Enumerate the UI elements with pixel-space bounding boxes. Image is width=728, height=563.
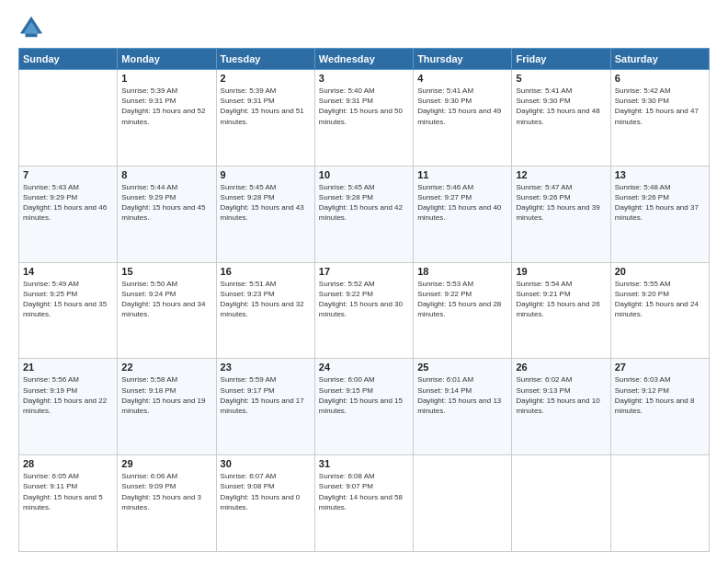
day-info: Sunrise: 5:56 AMSunset: 9:19 PMDaylight:… bbox=[23, 374, 113, 416]
day-number: 3 bbox=[319, 73, 409, 84]
calendar-cell: 30 Sunrise: 6:07 AMSunset: 9:08 PMDaylig… bbox=[216, 455, 314, 552]
day-number: 17 bbox=[319, 266, 409, 277]
weekday-header: Saturday bbox=[610, 49, 709, 70]
calendar-week-row: 1 Sunrise: 5:39 AMSunset: 9:31 PMDayligh… bbox=[19, 70, 710, 167]
day-number: 29 bbox=[121, 458, 211, 469]
page: SundayMondayTuesdayWednesdayThursdayFrid… bbox=[0, 0, 728, 563]
day-number: 1 bbox=[121, 73, 211, 84]
calendar-cell: 19 Sunrise: 5:54 AMSunset: 9:21 PMDaylig… bbox=[512, 262, 610, 359]
day-number: 14 bbox=[23, 266, 113, 277]
day-number: 9 bbox=[221, 169, 311, 180]
calendar-week-row: 21 Sunrise: 5:56 AMSunset: 9:19 PMDaylig… bbox=[19, 359, 710, 455]
day-info: Sunrise: 6:07 AMSunset: 9:08 PMDaylight:… bbox=[221, 471, 311, 512]
calendar-cell bbox=[610, 455, 709, 552]
day-number: 31 bbox=[319, 458, 409, 469]
day-info: Sunrise: 6:00 AMSunset: 9:15 PMDaylight:… bbox=[319, 374, 409, 416]
calendar-cell: 18 Sunrise: 5:53 AMSunset: 9:22 PMDaylig… bbox=[414, 262, 512, 359]
day-number: 10 bbox=[319, 169, 409, 180]
day-info: Sunrise: 5:44 AMSunset: 9:29 PMDaylight:… bbox=[121, 182, 211, 224]
day-info: Sunrise: 5:54 AMSunset: 9:21 PMDaylight:… bbox=[516, 279, 606, 320]
weekday-header: Friday bbox=[512, 49, 610, 70]
calendar-cell: 4 Sunrise: 5:41 AMSunset: 9:30 PMDayligh… bbox=[414, 70, 512, 167]
header bbox=[18, 15, 710, 40]
day-info: Sunrise: 6:05 AMSunset: 9:11 PMDaylight:… bbox=[23, 471, 113, 512]
calendar-cell: 12 Sunrise: 5:47 AMSunset: 9:26 PMDaylig… bbox=[512, 166, 610, 262]
calendar-cell: 31 Sunrise: 6:08 AMSunset: 9:07 PMDaylig… bbox=[314, 455, 413, 552]
svg-rect-2 bbox=[25, 34, 37, 38]
calendar-cell: 26 Sunrise: 6:02 AMSunset: 9:13 PMDaylig… bbox=[512, 359, 610, 455]
calendar-cell: 9 Sunrise: 5:45 AMSunset: 9:28 PMDayligh… bbox=[216, 166, 314, 262]
day-number: 16 bbox=[221, 266, 311, 277]
calendar-week-row: 7 Sunrise: 5:43 AMSunset: 9:29 PMDayligh… bbox=[19, 166, 710, 262]
day-number: 19 bbox=[516, 266, 606, 277]
calendar-cell: 17 Sunrise: 5:52 AMSunset: 9:22 PMDaylig… bbox=[314, 262, 413, 359]
weekday-header: Monday bbox=[118, 49, 216, 70]
calendar-cell: 13 Sunrise: 5:48 AMSunset: 9:26 PMDaylig… bbox=[610, 166, 709, 262]
calendar-cell: 11 Sunrise: 5:46 AMSunset: 9:27 PMDaylig… bbox=[414, 166, 512, 262]
day-number: 20 bbox=[615, 266, 705, 277]
day-info: Sunrise: 5:47 AMSunset: 9:26 PMDaylight:… bbox=[516, 182, 606, 224]
day-info: Sunrise: 5:46 AMSunset: 9:27 PMDaylight:… bbox=[417, 182, 507, 224]
day-number: 2 bbox=[221, 73, 311, 84]
day-info: Sunrise: 5:41 AMSunset: 9:30 PMDaylight:… bbox=[417, 86, 507, 127]
calendar-cell bbox=[414, 455, 512, 552]
day-number: 27 bbox=[615, 362, 705, 373]
calendar-cell bbox=[19, 70, 118, 167]
day-number: 30 bbox=[221, 458, 311, 469]
calendar-cell: 27 Sunrise: 6:03 AMSunset: 9:12 PMDaylig… bbox=[610, 359, 709, 455]
day-number: 12 bbox=[516, 169, 606, 180]
day-info: Sunrise: 5:53 AMSunset: 9:22 PMDaylight:… bbox=[417, 279, 507, 320]
calendar-week-row: 14 Sunrise: 5:49 AMSunset: 9:25 PMDaylig… bbox=[19, 262, 710, 359]
day-number: 15 bbox=[121, 266, 211, 277]
calendar-cell: 8 Sunrise: 5:44 AMSunset: 9:29 PMDayligh… bbox=[118, 166, 216, 262]
day-number: 22 bbox=[121, 362, 211, 373]
day-info: Sunrise: 5:59 AMSunset: 9:17 PMDaylight:… bbox=[221, 374, 311, 416]
calendar-cell bbox=[512, 455, 610, 552]
calendar-cell: 14 Sunrise: 5:49 AMSunset: 9:25 PMDaylig… bbox=[19, 262, 118, 359]
day-number: 4 bbox=[417, 73, 507, 84]
weekday-header: Wednesday bbox=[314, 49, 413, 70]
weekday-header: Tuesday bbox=[216, 49, 314, 70]
calendar-cell: 29 Sunrise: 6:06 AMSunset: 9:09 PMDaylig… bbox=[118, 455, 216, 552]
calendar-cell: 22 Sunrise: 5:58 AMSunset: 9:18 PMDaylig… bbox=[118, 359, 216, 455]
calendar-cell: 10 Sunrise: 5:45 AMSunset: 9:28 PMDaylig… bbox=[314, 166, 413, 262]
day-info: Sunrise: 5:39 AMSunset: 9:31 PMDaylight:… bbox=[221, 86, 311, 127]
day-number: 7 bbox=[23, 169, 113, 180]
calendar-cell: 1 Sunrise: 5:39 AMSunset: 9:31 PMDayligh… bbox=[118, 70, 216, 167]
weekday-header: Sunday bbox=[19, 49, 118, 70]
calendar-table: SundayMondayTuesdayWednesdayThursdayFrid… bbox=[18, 48, 710, 552]
day-info: Sunrise: 6:08 AMSunset: 9:07 PMDaylight:… bbox=[319, 471, 409, 512]
day-info: Sunrise: 5:55 AMSunset: 9:20 PMDaylight:… bbox=[615, 279, 705, 320]
day-number: 26 bbox=[516, 362, 606, 373]
calendar-header-row: SundayMondayTuesdayWednesdayThursdayFrid… bbox=[19, 49, 710, 70]
day-info: Sunrise: 5:43 AMSunset: 9:29 PMDaylight:… bbox=[23, 182, 113, 224]
day-number: 13 bbox=[615, 169, 705, 180]
day-number: 6 bbox=[615, 73, 705, 84]
day-number: 25 bbox=[417, 362, 507, 373]
day-info: Sunrise: 5:49 AMSunset: 9:25 PMDaylight:… bbox=[23, 279, 113, 320]
day-number: 8 bbox=[121, 169, 211, 180]
calendar-week-row: 28 Sunrise: 6:05 AMSunset: 9:11 PMDaylig… bbox=[19, 455, 710, 552]
calendar-cell: 5 Sunrise: 5:41 AMSunset: 9:30 PMDayligh… bbox=[512, 70, 610, 167]
calendar-cell: 15 Sunrise: 5:50 AMSunset: 9:24 PMDaylig… bbox=[118, 262, 216, 359]
day-info: Sunrise: 5:45 AMSunset: 9:28 PMDaylight:… bbox=[221, 182, 311, 224]
calendar-cell: 2 Sunrise: 5:39 AMSunset: 9:31 PMDayligh… bbox=[216, 70, 314, 167]
day-number: 5 bbox=[516, 73, 606, 84]
calendar-cell: 28 Sunrise: 6:05 AMSunset: 9:11 PMDaylig… bbox=[19, 455, 118, 552]
day-info: Sunrise: 6:02 AMSunset: 9:13 PMDaylight:… bbox=[516, 374, 606, 416]
day-info: Sunrise: 5:42 AMSunset: 9:30 PMDaylight:… bbox=[615, 86, 705, 127]
day-info: Sunrise: 5:48 AMSunset: 9:26 PMDaylight:… bbox=[615, 182, 705, 224]
day-number: 11 bbox=[417, 169, 507, 180]
day-info: Sunrise: 5:40 AMSunset: 9:31 PMDaylight:… bbox=[319, 86, 409, 127]
day-info: Sunrise: 6:03 AMSunset: 9:12 PMDaylight:… bbox=[615, 374, 705, 416]
calendar-cell: 23 Sunrise: 5:59 AMSunset: 9:17 PMDaylig… bbox=[216, 359, 314, 455]
day-number: 28 bbox=[23, 458, 113, 469]
calendar-cell: 20 Sunrise: 5:55 AMSunset: 9:20 PMDaylig… bbox=[610, 262, 709, 359]
day-number: 18 bbox=[417, 266, 507, 277]
day-info: Sunrise: 5:58 AMSunset: 9:18 PMDaylight:… bbox=[121, 374, 211, 416]
day-info: Sunrise: 6:06 AMSunset: 9:09 PMDaylight:… bbox=[121, 471, 211, 512]
weekday-header: Thursday bbox=[414, 49, 512, 70]
day-number: 23 bbox=[221, 362, 311, 373]
calendar-cell: 24 Sunrise: 6:00 AMSunset: 9:15 PMDaylig… bbox=[314, 359, 413, 455]
calendar-cell: 6 Sunrise: 5:42 AMSunset: 9:30 PMDayligh… bbox=[610, 70, 709, 167]
